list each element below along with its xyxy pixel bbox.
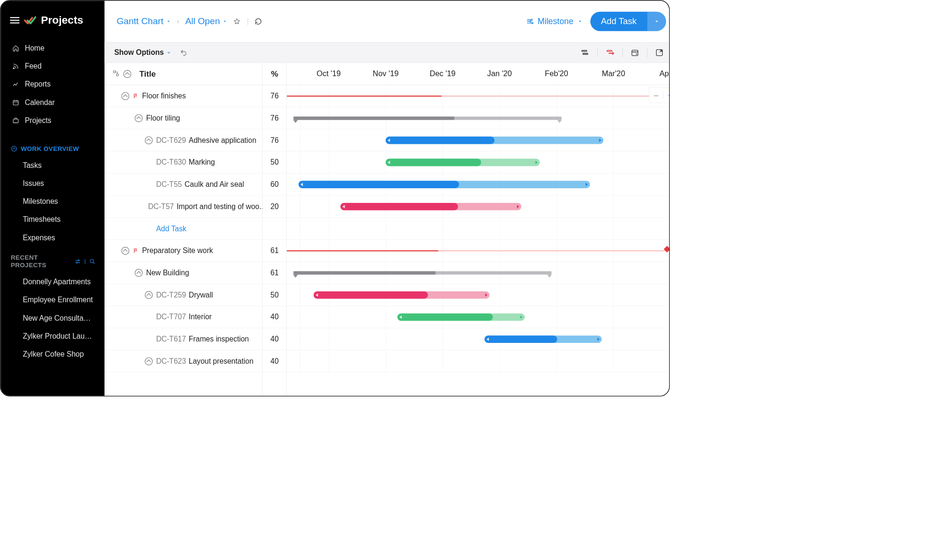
fullscreen-icon[interactable] (655, 49, 663, 57)
recent-project-item[interactable]: Zylker Product Launch (0, 327, 104, 345)
collapse-all-icon[interactable] (124, 70, 132, 78)
task-row[interactable]: DC-T55Caulk and Air seal (105, 174, 262, 196)
collapse-icon[interactable] (145, 136, 153, 144)
gantt-row[interactable] (287, 240, 670, 262)
collapse-icon[interactable] (121, 92, 129, 100)
gantt-row[interactable] (287, 262, 670, 284)
collapse-icon[interactable] (135, 269, 143, 277)
task-bar[interactable] (314, 291, 490, 299)
undo-icon[interactable] (180, 49, 187, 56)
collapse-icon[interactable] (121, 246, 129, 254)
gantt-row[interactable] (287, 284, 670, 306)
gantt-row[interactable] (287, 328, 670, 350)
subnav-issues[interactable]: Issues (0, 175, 104, 192)
title-header: Title (105, 63, 262, 85)
milestone-bar[interactable] (287, 250, 665, 251)
nav-calendar[interactable]: Calendar (0, 94, 104, 112)
sliders-icon[interactable] (74, 258, 81, 265)
subnav-expenses[interactable]: Expenses (0, 229, 104, 247)
gantt-row[interactable] (287, 218, 670, 240)
view-selector[interactable]: Gantt Chart (116, 16, 170, 26)
pct-cell (263, 218, 286, 240)
reports-icon (12, 81, 19, 88)
task-row[interactable]: DC-T630Marking (105, 151, 262, 174)
filter-selector[interactable]: All Open (185, 16, 227, 26)
search-icon[interactable] (89, 258, 96, 265)
refresh-icon[interactable] (255, 18, 262, 25)
gantt-row[interactable] (287, 151, 670, 174)
hierarchy-icon[interactable] (113, 70, 119, 77)
milestone-bar[interactable] (287, 96, 655, 96)
task-row[interactable]: New Building (105, 262, 262, 284)
add-task-button[interactable]: Add Task (590, 11, 666, 31)
task-bar[interactable] (386, 137, 603, 144)
task-row[interactable]: DC-T629Adhesive application (105, 129, 262, 151)
nav-feed[interactable]: Feed (0, 57, 104, 75)
logo-icon (24, 14, 36, 26)
collapse-icon[interactable] (145, 291, 153, 299)
title-column: Title Floor finishesFloor tilingDC-T629A… (105, 63, 263, 396)
pct-cell: 40 (263, 306, 286, 328)
task-row[interactable]: Preparatory Site work (105, 240, 262, 262)
gantt-row[interactable] (287, 129, 670, 151)
svg-rect-10 (582, 51, 587, 52)
gantt-row[interactable]: –+ (287, 85, 670, 107)
task-name: Caulk and Air seal (185, 180, 244, 189)
nav-home[interactable]: Home (0, 39, 104, 57)
timeline[interactable]: Oct '19 Nov '19 Dec '19 Jan '20 Feb'20 M… (287, 63, 670, 396)
task-row[interactable]: DC-T707Interior (105, 306, 262, 328)
task-bar[interactable] (340, 203, 521, 210)
add-task-link[interactable]: Add Task (156, 224, 186, 233)
summary-bar[interactable] (293, 271, 551, 274)
recent-project-item[interactable]: Donnelly Apartments (0, 273, 104, 291)
task-code: DC-T707 (156, 313, 186, 321)
zoom-in-button[interactable]: + (668, 90, 670, 100)
recent-project-item[interactable]: Zylker Cofee Shop (0, 345, 104, 363)
svg-rect-18 (114, 70, 115, 72)
hamburger-icon[interactable] (10, 17, 19, 23)
today-icon[interactable] (631, 49, 639, 57)
gantt-row[interactable] (287, 195, 670, 218)
star-icon[interactable] (233, 18, 241, 25)
subnav-milestones[interactable]: Milestones (0, 192, 104, 210)
critical-path-icon[interactable] (606, 48, 614, 57)
recent-project-item[interactable]: Employee Enrollment (0, 291, 104, 309)
show-options-button[interactable]: Show Options (114, 48, 171, 57)
subnav-tasks[interactable]: Tasks (0, 157, 104, 175)
gantt-row[interactable] (287, 350, 670, 373)
zoom-out-button[interactable]: – (654, 90, 658, 100)
recent-project-item[interactable]: New Age Consultancy (0, 309, 104, 327)
task-row[interactable]: DC-T623Layout presentation (105, 350, 262, 373)
pct-cell: 61 (263, 240, 286, 262)
grouping-selector[interactable]: Milestone (526, 17, 583, 26)
projects-icon (12, 117, 19, 124)
add-task-dropdown[interactable] (647, 11, 666, 31)
work-overview-header[interactable]: WORK OVERVIEW (0, 138, 104, 156)
task-code: DC-T623 (156, 357, 186, 365)
subnav-timesheets[interactable]: Timesheets (0, 210, 104, 228)
task-row[interactable]: DC-T259Drywall (105, 284, 262, 306)
gantt-row[interactable] (287, 107, 670, 130)
collapse-icon[interactable] (145, 357, 153, 365)
task-bar[interactable] (398, 313, 525, 321)
task-bar[interactable] (386, 158, 540, 166)
baseline-icon[interactable] (581, 48, 589, 57)
nav-reports[interactable]: Reports (0, 75, 104, 93)
summary-bar[interactable] (293, 116, 561, 120)
timeline-body[interactable]: –+ (287, 85, 670, 372)
gantt-row[interactable] (287, 306, 670, 328)
task-bar[interactable] (299, 181, 590, 188)
pct-cell: 40 (263, 328, 286, 350)
pct-cell: 76 (263, 129, 286, 151)
task-code: DC-T55 (156, 180, 182, 189)
task-row[interactable]: DC-T617Frames inspection (105, 328, 262, 350)
task-row[interactable]: Add Task (105, 218, 262, 240)
collapse-icon[interactable] (135, 114, 143, 122)
task-row[interactable]: DC-T57Import and testing of woo.. (105, 195, 262, 218)
gantt-row[interactable] (287, 174, 670, 196)
task-row[interactable]: Floor tiling (105, 107, 262, 130)
task-row[interactable]: Floor finishes (105, 85, 262, 107)
task-bar[interactable] (485, 335, 602, 343)
task-name: Marking (189, 158, 215, 166)
nav-projects[interactable]: Projects (0, 112, 104, 130)
